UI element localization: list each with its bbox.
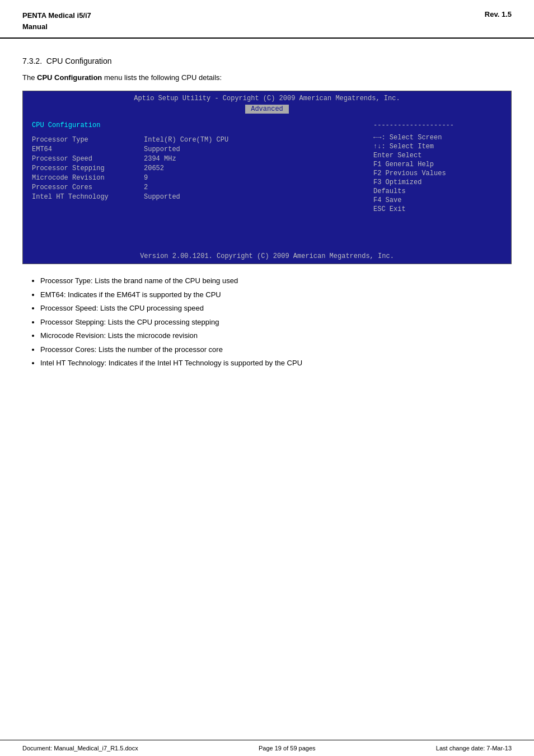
bios-left-panel: CPU Configuration Processor Type Intel(R… — [32, 121, 368, 245]
bios-help-f1: F1 General Help — [373, 161, 502, 168]
header-title: PENTA Medical i5/i7 Manual — [22, 10, 91, 32]
doc-footer: Document: Manual_Medical_i7_R1.5.docx Pa… — [0, 740, 534, 756]
bullet-processor-cores: Processor Cores: Lists the number of the… — [40, 344, 512, 355]
bios-label-processor-type: Processor Type — [32, 136, 144, 144]
bios-value-emt64: Supported — [144, 145, 180, 153]
bios-right-panel: -------------------- ←→: Select Screen ↑… — [368, 121, 502, 245]
bios-screen: Aptio Setup Utility - Copyright (C) 2009… — [22, 91, 512, 264]
bios-bottom-bar: Version 2.00.1201. Copyright (C) 2009 Am… — [23, 250, 511, 264]
bios-label-microcode-revision: Microcode Revision — [32, 174, 144, 182]
footer-center: Page 19 of 59 pages — [259, 745, 316, 752]
bios-label-intel-ht: Intel HT Technology — [32, 193, 144, 201]
bios-value-processor-speed: 2394 MHz — [144, 155, 176, 163]
bios-body: CPU Configuration Processor Type Intel(R… — [23, 116, 511, 250]
bullet-processor-speed: Processor Speed: Lists the CPU processin… — [40, 303, 512, 314]
bios-row-processor-cores: Processor Cores 2 — [32, 184, 362, 191]
doc-header: PENTA Medical i5/i7 Manual Rev. 1.5 — [0, 0, 534, 39]
footer-left: Document: Manual_Medical_i7_R1.5.docx — [22, 745, 138, 752]
intro-text: The CPU Configuration menu lists the fol… — [22, 73, 512, 82]
bios-section-title: CPU Configuration — [32, 121, 362, 129]
bios-label-processor-speed: Processor Speed — [32, 155, 144, 163]
bios-help-select-item: ↑↓: Select Item — [373, 143, 502, 151]
bullet-list: Processor Type: Lists the brand name of … — [22, 275, 512, 369]
bios-label-processor-stepping: Processor Stepping — [32, 165, 144, 172]
bios-help-enter-select: Enter Select — [373, 152, 502, 159]
bios-value-intel-ht: Supported — [144, 193, 180, 201]
bios-row-processor-speed: Processor Speed 2394 MHz — [32, 155, 362, 163]
bios-label-processor-cores: Processor Cores — [32, 184, 144, 191]
bios-row-intel-ht: Intel HT Technology Supported — [32, 193, 362, 201]
bios-value-microcode-revision: 9 — [144, 174, 148, 182]
bios-top-bar: Aptio Setup Utility - Copyright (C) 2009… — [23, 91, 511, 104]
bios-menu-bar: Advanced — [23, 104, 511, 116]
bullet-processor-type: Processor Type: Lists the brand name of … — [40, 275, 512, 287]
bios-row-emt64: EMT64 Supported — [32, 145, 362, 153]
bios-row-processor-type: Processor Type Intel(R) Core(TM) CPU — [32, 136, 362, 144]
bullet-processor-stepping: Processor Stepping: Lists the CPU proces… — [40, 317, 512, 328]
bullet-emt64: EMT64: Indicates if the EM64T is support… — [40, 289, 512, 300]
bios-value-processor-cores: 2 — [144, 184, 148, 191]
bios-label-emt64: EMT64 — [32, 145, 144, 153]
bios-help-f4: F4 Save — [373, 196, 502, 204]
main-content: 7.3.2. CPU Configuration The CPU Configu… — [0, 39, 534, 405]
bios-divider: -------------------- — [373, 121, 502, 129]
bios-help-esc: ESC Exit — [373, 205, 502, 213]
bios-value-processor-stepping: 20652 — [144, 165, 164, 172]
section-title: 7.3.2. CPU Configuration — [22, 57, 512, 65]
bios-help-f3: F3 Optimized — [373, 179, 502, 186]
bullet-microcode-revision: Microcode Revision: Lists the microcode … — [40, 330, 512, 341]
bios-help-select-screen: ←→: Select Screen — [373, 134, 502, 142]
footer-right: Last change date: 7-Mar-13 — [436, 745, 512, 752]
header-rev: Rev. 1.5 — [485, 10, 512, 18]
bios-row-processor-stepping: Processor Stepping 20652 — [32, 165, 362, 172]
bios-menu-tab-advanced[interactable]: Advanced — [245, 105, 289, 114]
bios-row-microcode-revision: Microcode Revision 9 — [32, 174, 362, 182]
bios-help-defaults: Defaults — [373, 187, 502, 195]
bios-value-processor-type: Intel(R) Core(TM) CPU — [144, 136, 228, 144]
bullet-intel-ht: Intel HT Technology: Indicates if the In… — [40, 358, 512, 369]
bios-help-f2: F2 Previous Values — [373, 170, 502, 177]
